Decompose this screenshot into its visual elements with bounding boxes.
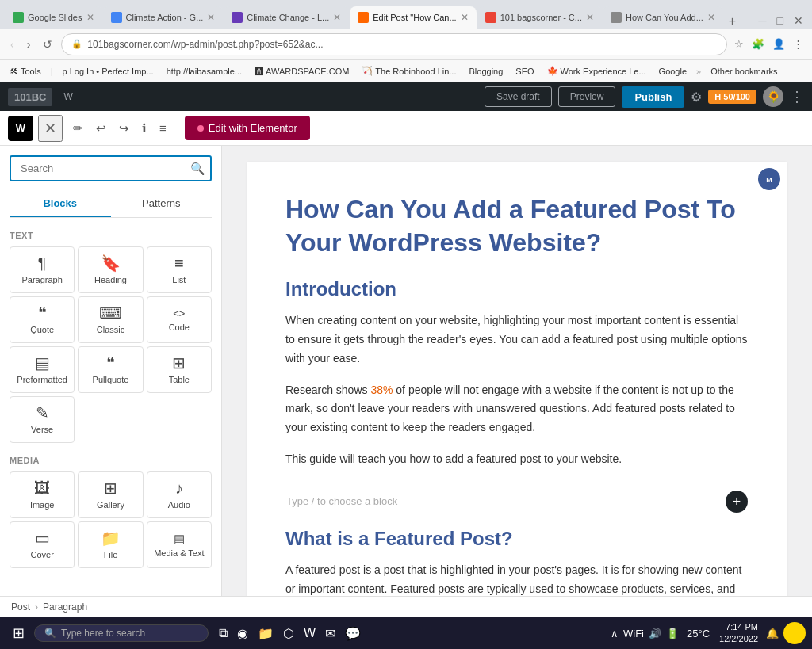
tab-close-btn[interactable]: ✕ <box>333 12 341 23</box>
chevron-up-icon[interactable]: ∧ <box>609 625 620 642</box>
minimize-button[interactable]: ─ <box>755 13 771 29</box>
verse-label: Verse <box>31 425 53 434</box>
intro-heading[interactable]: Introduction <box>285 278 749 300</box>
bookmark-seo[interactable]: SEO <box>512 65 537 78</box>
bookmark-star-icon[interactable]: ☆ <box>732 36 746 52</box>
featured-post-heading[interactable]: What is a Featured Post? <box>285 528 749 550</box>
bookmark-perfect[interactable]: p Log In • Perfect Imp... <box>59 65 157 78</box>
paragraph-1[interactable]: When creating content on your website, h… <box>285 311 749 368</box>
tab-climate-action[interactable]: Climate Action - G... ✕ <box>103 6 224 29</box>
pen-tool-button[interactable]: ✏ <box>67 117 89 139</box>
block-type-placeholder[interactable]: Type / to choose a block + <box>285 482 749 521</box>
search-submit-button[interactable]: 🔍 <box>190 162 205 176</box>
taskbar-vscode-icon[interactable]: ⬡ <box>279 623 298 644</box>
bookmark-google[interactable]: Google <box>656 65 690 78</box>
save-draft-button[interactable]: Save draft <box>485 86 552 107</box>
user-avatar[interactable]: 🌻 <box>763 86 783 107</box>
undo-button[interactable]: ↩ <box>90 117 112 139</box>
settings-gear-icon[interactable]: ⚙ <box>691 90 702 105</box>
list-block[interactable]: ≡ List <box>147 246 212 293</box>
taskbar-circle-icon[interactable] <box>783 622 806 644</box>
quote-block[interactable]: ❝ Quote <box>10 296 75 343</box>
image-block[interactable]: 🖼 Image <box>10 471 75 518</box>
bookmark-robinhood[interactable]: 🏹 The Robinhood Lin... <box>358 64 459 78</box>
more-bookmarks[interactable]: » <box>696 67 701 76</box>
file-block[interactable]: 📁 File <box>78 521 143 568</box>
bookmark-awardspace[interactable]: 🅰 AWARDSPACE.COM <box>251 65 352 78</box>
cover-block[interactable]: ▭ Cover <box>10 521 75 568</box>
paragraph-3[interactable]: This guide will teach you how to add a f… <box>285 450 749 469</box>
gallery-block[interactable]: ⊞ Gallery <box>78 471 143 518</box>
bookmark-tools[interactable]: 🛠 Tools <box>6 65 44 78</box>
taskbar-explorer-icon[interactable]: 📁 <box>254 623 278 644</box>
battery-icon[interactable]: 🔋 <box>665 625 680 642</box>
breadcrumb-post[interactable]: Post <box>11 601 30 613</box>
paragraph-2[interactable]: Research shows 38% of people will not en… <box>285 381 749 437</box>
start-button[interactable]: ⊞ <box>6 621 31 645</box>
edit-with-elementor-button[interactable]: Edit with Elementor <box>185 116 310 140</box>
taskbar-mail-icon[interactable]: ✉ <box>321 623 339 644</box>
close-window-button[interactable]: ✕ <box>790 13 807 29</box>
address-bar[interactable]: 🔒 101bagscorner.com/wp-admin/post.php?po… <box>61 33 727 55</box>
back-button[interactable]: ‹ <box>6 36 18 52</box>
tab-close-btn[interactable]: ✕ <box>707 12 715 23</box>
table-block[interactable]: ⊞ Table <box>147 346 212 393</box>
settings-dots-icon[interactable]: ⋮ <box>791 36 806 52</box>
taskbar-whatsapp-icon[interactable]: 💬 <box>341 623 365 644</box>
tab-edit-post[interactable]: Edit Post "How Can... ✕ <box>350 6 476 29</box>
tab-close-btn[interactable]: ✕ <box>461 12 469 23</box>
classic-block[interactable]: ⌨ Classic <box>78 296 143 343</box>
preview-button[interactable]: Preview <box>558 86 616 107</box>
paragraph-4[interactable]: A featured post is a post that is highli… <box>285 561 749 596</box>
code-block[interactable]: <> Code <box>147 296 212 343</box>
seo-score-badge[interactable]: H 50/100 <box>708 90 756 104</box>
tab-how-can[interactable]: How Can You Add... ✕ <box>603 6 723 29</box>
notification-icon[interactable]: 🔔 <box>766 628 779 639</box>
add-block-button[interactable]: + <box>726 491 748 513</box>
blocks-tab[interactable]: Blocks <box>10 191 111 217</box>
redo-button[interactable]: ↪ <box>113 117 135 139</box>
preformatted-block[interactable]: ▤ Preformatted <box>10 346 75 393</box>
tab-close-btn[interactable]: ✕ <box>86 12 94 23</box>
bookmark-other[interactable]: Other bookmarks <box>707 65 780 78</box>
pullquote-block[interactable]: ❝ Pullquote <box>78 346 143 393</box>
audio-block[interactable]: ♪ Audio <box>147 471 212 518</box>
tab-close-btn[interactable]: ✕ <box>586 12 594 23</box>
wp-admin-link[interactable]: W <box>59 88 77 105</box>
profile-icon[interactable]: 👤 <box>770 36 787 52</box>
patterns-tab[interactable]: Patterns <box>111 191 213 217</box>
taskbar-chrome-icon[interactable]: ◉ <box>233 623 252 644</box>
info-button[interactable]: ℹ <box>136 117 152 139</box>
extension-puzzle-icon[interactable]: 🧩 <box>749 36 767 52</box>
tab-close-btn[interactable]: ✕ <box>207 12 215 23</box>
tab-google-slides[interactable]: Google Slides ✕ <box>5 6 102 29</box>
close-editor-button[interactable]: ✕ <box>38 115 63 142</box>
task-view-icon[interactable]: ⧉ <box>215 623 232 644</box>
forward-button[interactable]: › <box>23 36 35 52</box>
heading-block[interactable]: 🔖 Heading <box>78 246 143 293</box>
taskbar-word-icon[interactable]: W <box>300 623 320 644</box>
system-clock[interactable]: 7:14 PM 12/2/2022 <box>716 621 761 646</box>
post-editor[interactable]: M How Can You Add a Featured Post To You… <box>247 162 787 596</box>
editor-logo[interactable]: W <box>8 116 33 141</box>
bookmark-laiba[interactable]: http://laibasample... <box>163 65 245 78</box>
publish-button[interactable]: Publish <box>622 86 684 108</box>
new-tab-button[interactable]: + <box>724 14 741 29</box>
more-options-icon[interactable]: ⋮ <box>790 88 804 105</box>
reload-button[interactable]: ↺ <box>39 36 56 52</box>
taskbar-search[interactable]: 🔍 Type here to search <box>34 624 209 642</box>
maximize-button[interactable]: □ <box>773 13 787 29</box>
tab-climate-change[interactable]: Climate Change - L... ✕ <box>224 6 349 29</box>
list-view-button[interactable]: ≡ <box>154 117 172 139</box>
volume-icon[interactable]: 🔊 <box>647 625 663 642</box>
post-title[interactable]: How Can You Add a Featured Post To Your … <box>285 193 749 259</box>
verse-block[interactable]: ✎ Verse <box>10 396 75 443</box>
breadcrumb-paragraph[interactable]: Paragraph <box>43 601 87 613</box>
wifi-icon[interactable]: WiFi <box>622 625 645 642</box>
media-text-block[interactable]: ▤ Media & Text <box>147 521 212 568</box>
paragraph-block[interactable]: ¶ Paragraph <box>10 246 75 293</box>
bookmark-work[interactable]: 🍁 Work Experience Le... <box>544 64 649 78</box>
tab-bagscorner[interactable]: 101 bagscorner - C... ✕ <box>477 6 602 29</box>
search-input[interactable] <box>10 155 212 181</box>
bookmark-blogging[interactable]: Blogging <box>466 65 507 78</box>
